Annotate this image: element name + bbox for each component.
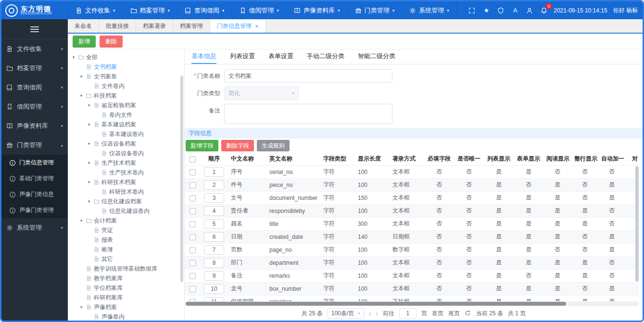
tree-node[interactable]: 报表 [70, 235, 184, 245]
tree-scrollbar[interactable] [180, 75, 183, 282]
detail-tab[interactable]: 手动二级分类 [307, 50, 344, 64]
tree-node[interactable]: ▾仪器设备档案 [70, 139, 184, 149]
shield-icon[interactable] [497, 7, 505, 14]
goto-page-input[interactable] [399, 308, 417, 319]
sidebar-item[interactable]: 文件收集▾ [1, 39, 68, 59]
close-icon[interactable]: × [255, 23, 259, 30]
tree-collapse-icon[interactable]: ▾ [71, 55, 76, 60]
sidebar-subitem[interactable]: 门类信息管理 [1, 155, 68, 171]
generate-rule-button[interactable]: 生成规则 [257, 140, 290, 151]
sidebar-item[interactable]: 查询借阅▾ [1, 78, 68, 97]
sidebar-collapse-button[interactable] [1, 19, 68, 39]
tree-collapse-icon[interactable]: ▾ [86, 161, 92, 165]
tree-node[interactable]: ▾文书案卷 [70, 72, 184, 81]
tree-collapse-icon[interactable]: ▾ [86, 199, 92, 204]
star-icon[interactable]: ★ [482, 7, 490, 14]
tree-collapse-icon[interactable]: ▾ [86, 180, 92, 185]
tree-node[interactable]: 科研技术卷内 [70, 187, 184, 197]
row-checkbox[interactable] [189, 234, 196, 240]
note-textarea[interactable] [224, 104, 392, 124]
order-input[interactable]: 2 [204, 180, 224, 190]
tree-collapse-icon[interactable]: ▾ [86, 141, 92, 146]
nav-menu-item[interactable]: 门类管理▾ [347, 1, 402, 19]
order-input[interactable]: 11 [204, 297, 224, 302]
order-input[interactable]: 9 [204, 271, 224, 281]
first-page-link[interactable]: 首页 [432, 310, 443, 318]
tree-collapse-icon[interactable]: ▾ [86, 122, 92, 127]
nav-menu-item[interactable]: 档案管理▾ [123, 1, 177, 19]
nav-menu-item[interactable]: 声像资料库▾ [286, 1, 347, 19]
detail-tab[interactable]: 列表设置 [230, 50, 255, 64]
order-input[interactable]: 3 [204, 193, 224, 203]
sidebar-item[interactable]: 档案管理▾ [1, 59, 68, 78]
tree-node[interactable]: ▾信息化建设档案 [70, 197, 184, 206]
row-checkbox[interactable] [189, 221, 196, 227]
tree-node[interactable]: ▾声像档案 [70, 302, 184, 312]
brand[interactable]: 东方明德 MINGDEDATA.COM [1, 4, 68, 17]
row-checkbox[interactable] [189, 260, 196, 266]
tree-node[interactable]: 基本建设卷内 [70, 129, 184, 139]
tree-collapse-icon[interactable]: ▾ [78, 74, 84, 79]
file-tab[interactable]: 档案管理 [173, 19, 210, 33]
user-icon[interactable] [526, 7, 533, 14]
tree-collapse-icon[interactable]: ▾ [86, 103, 92, 108]
file-tab[interactable]: 档案著录 [136, 19, 173, 33]
tree-node[interactable]: 文件卷内 [70, 81, 184, 91]
tree-node[interactable]: ▾科技档案 [70, 91, 184, 100]
file-tab[interactable]: 批量挂接 [99, 19, 136, 33]
tree-node[interactable]: 账簿 [70, 245, 184, 254]
tree-node[interactable]: 凭证 [70, 225, 184, 235]
detail-tab[interactable]: 智能二级分类 [358, 50, 395, 64]
tree-node[interactable]: 文书档案 [70, 62, 184, 72]
row-checkbox[interactable] [189, 273, 196, 279]
nav-menu-item[interactable]: 借阅管理▾ [232, 1, 287, 19]
sidebar-subitem[interactable]: 声像门类信息 [1, 186, 68, 202]
category-type-select[interactable]: 简化 ▾ [224, 87, 299, 100]
tree-node[interactable]: 信息化建设卷内 [70, 206, 184, 216]
tree-node[interactable]: 卷内文件 [70, 110, 184, 120]
tree-node[interactable]: 其它 [70, 254, 184, 264]
table-vertical-scrollbar[interactable] [635, 166, 639, 282]
order-input[interactable]: 8 [204, 258, 224, 268]
sidebar-item[interactable]: 门类管理▴ [1, 136, 68, 155]
nav-menu-item[interactable]: 查询借阅▾ [177, 1, 232, 19]
order-input[interactable]: 1 [204, 167, 224, 177]
tree-node[interactable]: ▾基本建设档案 [70, 120, 184, 129]
tree-collapse-icon[interactable]: ▾ [78, 305, 84, 310]
row-checkbox[interactable] [189, 182, 196, 188]
order-input[interactable]: 10 [204, 284, 224, 294]
delete-field-button[interactable]: 删除字段 [221, 140, 254, 151]
tree-node[interactable]: 教学训练管理基础数据库 [70, 264, 184, 273]
order-input[interactable]: 5 [204, 219, 224, 229]
expand-icon[interactable] [468, 7, 476, 14]
tree-node[interactable]: 生产技术卷内 [70, 168, 184, 177]
tree-node[interactable]: 声像卷内 [70, 312, 184, 321]
tree-node[interactable]: 科研档案库 [70, 293, 184, 302]
sidebar-item[interactable]: 系统管理▾ [1, 218, 68, 237]
row-checkbox[interactable] [189, 208, 196, 214]
refresh-icon[interactable] [465, 310, 471, 317]
row-checkbox[interactable] [189, 195, 196, 201]
row-checkbox[interactable] [189, 169, 196, 175]
tree-node[interactable]: 仪器设备卷内 [70, 149, 184, 158]
bell-icon[interactable]: 0 [540, 7, 548, 14]
file-tab[interactable]: 门类信息管理× [210, 19, 266, 33]
file-tab[interactable]: 未命名 [68, 19, 99, 33]
tree-node[interactable]: 学位档案库 [70, 283, 184, 293]
tree-node[interactable]: 教学档案库 [70, 273, 184, 283]
prev-page-button[interactable]: ‹ [369, 310, 371, 317]
add-field-button[interactable]: 新增字段 [186, 140, 218, 151]
nav-menu-item[interactable]: 系统管理▾ [402, 1, 457, 19]
add-button[interactable]: 新增 [73, 36, 96, 48]
select-all-checkbox[interactable] [189, 156, 196, 162]
sidebar-subitem[interactable]: 基础门类管理 [1, 171, 68, 186]
last-page-link[interactable]: 尾页 [448, 310, 460, 318]
page-size-select[interactable]: 100条/页 ▾ [328, 308, 364, 319]
sidebar-item[interactable]: 借阅管理▾ [1, 97, 68, 116]
tree-collapse-icon[interactable]: ▾ [78, 93, 84, 98]
order-input[interactable]: 7 [204, 245, 224, 255]
tree-node[interactable]: ▾鉴定检验档案 [70, 100, 184, 110]
tree-node[interactable]: ▾科研技术档案 [70, 177, 184, 187]
nav-menu-item[interactable]: 文件收集▾ [68, 1, 123, 19]
order-input[interactable]: 4 [204, 206, 224, 216]
